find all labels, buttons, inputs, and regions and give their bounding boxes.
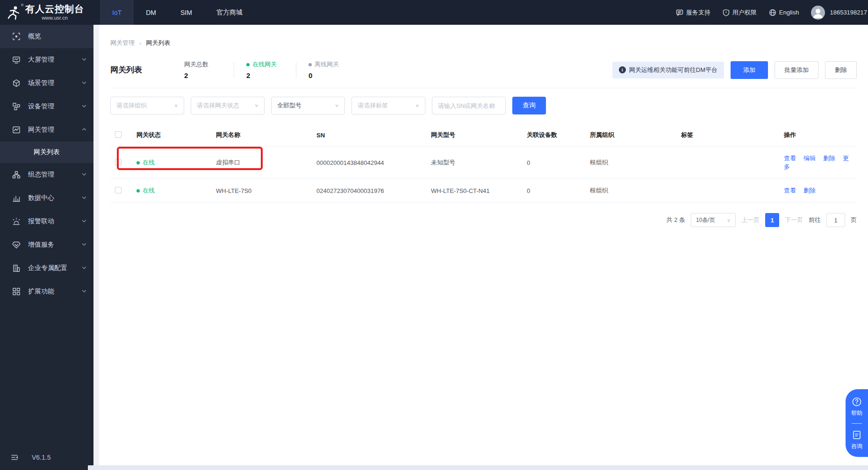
gateway-model: 未知型号 [431,159,455,166]
chevron-down-icon [81,241,87,249]
nav-tab-dm[interactable]: DM [134,0,168,25]
chevron-down-icon: ∨ [415,103,419,108]
nav-tab-iot[interactable]: IoT [100,0,134,25]
sidebar-item[interactable]: 概览 [0,25,93,48]
status-badge: 在线 [136,186,207,195]
org-select[interactable]: 请选择组织∨ [110,97,184,114]
action-link[interactable]: 删除 [803,187,816,194]
column-header: 网关名称 [211,124,312,147]
row-checkbox[interactable] [115,159,122,165]
collapse-menu-icon[interactable] [10,453,19,462]
sidebar-item[interactable]: 扩展功能 [0,280,93,303]
next-page-button[interactable]: 下一页 [785,216,803,224]
gateway-model: WH-LTE-7S0-CT-N41 [431,187,489,194]
sidebar-item-label: 企业专属配置 [28,264,67,272]
logo-title: 有人云控制台 [25,4,84,14]
help-button[interactable]: 帮助 [851,397,862,417]
chevron-down-icon [81,288,87,295]
sidebar-item[interactable]: 企业专属配置 [0,256,93,280]
sidebar-item[interactable]: 设备管理 [0,95,93,118]
screen-icon [12,56,21,64]
column-header: 操作 [779,124,857,147]
select-all-checkbox[interactable] [115,131,122,138]
data-icon [12,194,21,202]
tag-select[interactable]: 请选择标签∨ [352,97,425,114]
organization: 根组织 [590,159,608,166]
stat-value: 2 [246,71,284,79]
stat-value: 2 [184,71,222,79]
sidebar-item[interactable]: 场景管理 [0,71,93,95]
consult-button[interactable]: 咨询 [851,430,862,450]
sidebar-item[interactable]: 组态管理 [0,163,93,186]
gateway-status-select[interactable]: 请选择网关状态∨ [191,97,265,114]
document-icon [852,430,862,440]
page-size-select[interactable]: 10条/页∨ [691,213,736,227]
action-link[interactable]: 编辑 [803,155,816,162]
service-support-link[interactable]: 服务支持 [676,8,710,17]
goto-suffix-label: 页 [851,216,857,224]
action-link[interactable]: 查看 [784,187,796,194]
nav-tab-官方商城[interactable]: 官方商城 [204,0,255,25]
prev-page-button[interactable]: 上一页 [741,216,760,224]
breadcrumb-separator: › [139,40,141,47]
chevron-down-icon [81,264,87,272]
sidebar-item[interactable]: 报警联动 [0,210,93,233]
chevron-down-icon [81,194,87,202]
logo[interactable]: 有人云控制台 www.usr.cn [0,0,93,25]
sidebar-item-label: 报警联动 [28,217,54,226]
platform-nav-tabs: IoTDMSIM官方商城 [100,0,255,25]
organization: 根组织 [590,187,608,194]
breadcrumb: 网关管理 › 网关列表 [110,25,857,47]
add-gateway-button[interactable]: 添加 [731,61,768,79]
status-dot [246,63,250,66]
horizontal-scrollbar[interactable] [88,465,868,470]
status-dot [308,63,312,66]
user-permissions-link[interactable]: 用户权限 [723,8,757,17]
row-checkbox[interactable] [115,187,122,193]
sn-search-input[interactable] [438,102,500,109]
sidebar-item[interactable]: 数据中心 [0,186,93,210]
gateway-name: 虚拟串口 [216,159,240,166]
scene-icon [12,79,21,87]
device-count: 0 [527,187,530,194]
info-icon: i [619,66,626,73]
sidebar-item[interactable]: 大屏管理 [0,48,93,71]
nav-tab-sim[interactable]: SIM [168,0,204,25]
chevron-down-icon: ∨ [174,103,178,108]
sidebar-item[interactable]: 网关管理 [0,118,93,142]
action-link[interactable]: 查看 [784,155,796,162]
page-title: 网关列表 [110,64,142,75]
divider [852,423,862,424]
row-actions: 查看删除 [784,187,823,194]
content-card: 网关管理 › 网关列表 网关列表 网关总数2在线网关2离线网关0 i 网关运维相… [99,25,868,470]
batch-add-button[interactable]: 批量添加 [775,61,818,79]
config-icon [12,171,21,179]
action-link[interactable]: 删除 [823,155,835,162]
column-header: 网关型号 [426,124,522,147]
chevron-down-icon: ∨ [335,103,339,108]
goto-page-input[interactable] [826,213,845,227]
gateway-sn: 00002000143848042944 [316,159,384,166]
table-row: 在线虚拟串口00002000143848042944未知型号0根组织查看编辑删除… [110,147,857,179]
sidebar-item-label: 网关列表 [34,148,60,157]
sn-search-field [432,97,506,114]
gateway-table-wrap: 网关状态网关名称SN网关型号关联设备数所属组织标签操作 在线虚拟串口000020… [110,124,857,203]
sidebar-item[interactable]: 增值服务 [0,233,93,256]
divider [296,62,296,78]
stat-value: 0 [308,71,346,79]
page-number-1[interactable]: 1 [765,213,779,227]
pagination: 共 2 条 10条/页∨ 上一页 1 下一页 前往 页 [110,213,857,227]
language-switch[interactable]: English [769,9,799,16]
model-select[interactable]: 全部型号∨ [271,97,345,114]
table-row: 在线WH-LTE-7S002402723070400031976WH-LTE-7… [110,179,857,203]
user-avatar[interactable] [811,6,825,20]
delete-button[interactable]: 删除 [825,61,857,79]
enterprise-icon [12,264,21,272]
filter-bar: 请选择组织∨ 请选择网关状态∨ 全部型号∨ 请选择标签∨ 查询 [110,97,857,114]
breadcrumb-parent[interactable]: 网关管理 [110,39,135,47]
chevron-down-icon: ∨ [727,217,731,223]
chevron-down-icon [81,56,87,64]
query-button[interactable]: 查询 [512,97,546,114]
sidebar-subitem-gateway-list[interactable]: 网关列表 [0,142,93,163]
account-phone-number[interactable]: 18653198217 [830,9,867,16]
